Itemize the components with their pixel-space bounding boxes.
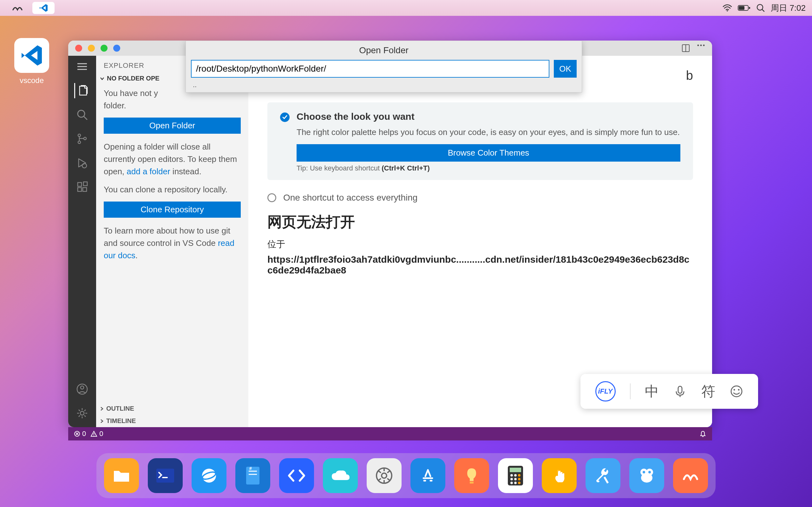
svg-point-60 [641, 473, 653, 483]
dock-mouse-icon[interactable] [629, 458, 664, 493]
battery-icon[interactable] [738, 5, 751, 11]
dock-browser-icon[interactable] [192, 458, 226, 493]
look-description: The right color palette helps you focus … [297, 126, 680, 138]
extensions-icon[interactable] [74, 179, 90, 194]
dock-tools-icon[interactable] [586, 458, 620, 493]
settings-gear-icon[interactable] [74, 406, 90, 421]
svg-line-5 [762, 9, 764, 11]
ime-emoji-icon[interactable] [729, 384, 744, 398]
source-control-icon[interactable] [74, 131, 90, 147]
open-folder-button[interactable]: Open Folder [104, 118, 241, 134]
dock-appstore-icon[interactable] [410, 458, 445, 493]
svg-rect-22 [83, 187, 87, 191]
ime-toolbar[interactable]: iFLY 中 符 [580, 374, 758, 409]
dock-app-icon[interactable] [673, 458, 708, 493]
ime-fu-button[interactable]: 符 [701, 382, 715, 401]
vscode-icon [14, 38, 49, 73]
search-icon[interactable] [756, 3, 765, 12]
search-activity-icon[interactable] [74, 107, 90, 122]
svg-point-61 [643, 471, 645, 473]
debug-icon[interactable] [74, 155, 90, 170]
activity-bar [68, 56, 96, 427]
desktop-shortcut-vscode[interactable]: vscode [13, 38, 51, 85]
svg-rect-32 [678, 386, 682, 393]
menubar-datetime[interactable]: 周日 7:02 [771, 3, 806, 14]
vscode-window: EXPLORER NO FOLDER OPE You have not yfol… [68, 41, 712, 427]
svg-point-25 [81, 386, 84, 389]
svg-line-15 [84, 117, 87, 119]
menubar-app-1[interactable] [6, 2, 29, 14]
open-folder-dialog-title: Open Folder [186, 41, 582, 60]
dock-terminal-icon[interactable] [148, 458, 183, 493]
account-icon[interactable] [74, 382, 90, 397]
editor-area: b Discover the best customizations to ma… [248, 56, 712, 427]
add-folder-link[interactable]: add a folder [126, 167, 170, 176]
dock-touch-icon[interactable] [542, 458, 577, 493]
svg-point-19 [82, 164, 87, 168]
explorer-icon[interactable] [74, 83, 90, 98]
menu-icon[interactable] [74, 59, 90, 74]
browse-color-themes-button[interactable]: Browse Color Themes [297, 144, 680, 162]
svg-rect-36 [156, 469, 174, 483]
error-url: https://1ptflre3foio3ah7atdki0vgdmviunbc… [267, 254, 693, 276]
sidebar-explorer: EXPLORER NO FOLDER OPE You have not yfol… [96, 56, 248, 427]
svg-rect-57 [604, 476, 609, 484]
svg-point-49 [514, 474, 517, 476]
svg-text:#: # [249, 466, 252, 471]
window-extra-button[interactable] [113, 45, 120, 52]
status-warnings[interactable]: 0 [90, 430, 103, 438]
status-errors[interactable]: 0 [74, 430, 86, 438]
outline-section[interactable]: OUTLINE [96, 402, 248, 415]
dock-notes-icon[interactable]: # [235, 458, 270, 493]
dock-settings-icon[interactable] [367, 458, 402, 493]
layout-icon[interactable] [681, 44, 690, 52]
svg-rect-2 [739, 6, 745, 10]
svg-rect-47 [510, 468, 521, 472]
learn-info: To learn more about how to use git and s… [104, 225, 241, 262]
window-maximize-button[interactable] [101, 45, 107, 52]
check-icon [280, 112, 290, 122]
dock: # [96, 453, 716, 498]
ime-mic-icon[interactable] [673, 384, 687, 398]
svg-point-33 [731, 386, 742, 397]
look-tip: Tip: Use keyboard shortcut (Ctrl+K Ctrl+… [297, 164, 680, 172]
dock-bulb-icon[interactable] [454, 458, 489, 493]
svg-point-55 [514, 482, 517, 484]
svg-point-10 [703, 45, 705, 46]
dock-cloud-icon[interactable] [323, 458, 358, 493]
webpage-error-block: 网页无法打开 位于 https://1ptflre3foio3ah7atdki0… [267, 212, 693, 276]
window-minimize-button[interactable] [88, 45, 95, 52]
clone-repository-button[interactable]: Clone Repository [104, 202, 241, 218]
timeline-section[interactable]: TIMELINE [96, 415, 248, 427]
ime-cn-button[interactable]: 中 [645, 382, 659, 401]
svg-point-34 [733, 389, 735, 391]
dock-files-icon[interactable] [104, 458, 139, 493]
svg-point-51 [510, 478, 513, 481]
more-icon[interactable] [697, 44, 705, 52]
ime-divider [630, 383, 630, 399]
status-bell-icon[interactable] [699, 430, 706, 437]
open-folder-ok-button[interactable]: OK [554, 60, 577, 78]
wifi-icon[interactable] [722, 4, 732, 12]
window-close-button[interactable] [75, 45, 82, 52]
open-folder-parent-dir[interactable]: .. [186, 78, 582, 89]
svg-rect-23 [84, 182, 87, 186]
open-folder-info: Opening a folder will close all currentl… [104, 141, 241, 178]
dock-calculator-icon[interactable] [498, 458, 533, 493]
desktop-shortcut-label: vscode [13, 76, 51, 85]
svg-point-56 [518, 482, 520, 484]
get-started-shortcut-item[interactable]: One shortcut to access everything [267, 193, 693, 203]
ime-logo-icon[interactable]: iFLY [595, 381, 616, 401]
error-title: 网页无法打开 [267, 212, 693, 232]
open-folder-path-input[interactable] [191, 60, 549, 78]
menubar-app-vscode[interactable] [32, 2, 55, 14]
svg-point-14 [78, 110, 85, 117]
svg-rect-3 [749, 7, 750, 9]
dock-code-icon[interactable] [279, 458, 314, 493]
svg-point-0 [727, 10, 728, 11]
status-bar: 0 0 [68, 427, 712, 441]
radio-empty-icon [267, 193, 276, 202]
svg-point-9 [700, 45, 702, 46]
svg-rect-21 [78, 187, 82, 191]
svg-point-54 [510, 482, 513, 484]
